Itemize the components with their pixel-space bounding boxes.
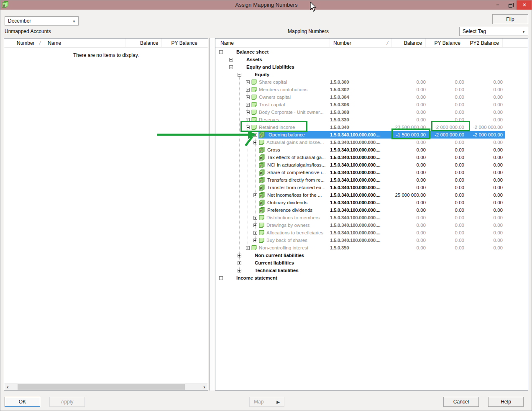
- expand-icon[interactable]: [229, 58, 233, 62]
- column-header-balance[interactable]: Balance: [125, 39, 162, 47]
- select-tag-dropdown[interactable]: Select Tag ▼: [459, 27, 528, 36]
- tree-row[interactable]: Allocations to beneficiaries1.5.0.340.10…: [215, 229, 528, 236]
- balance-cell: 0.00: [392, 93, 426, 101]
- column-header-balance[interactable]: Balance: [392, 39, 426, 47]
- tree-row[interactable]: # Gross1.5.0.340.100.000.000....0.000.00…: [215, 146, 528, 154]
- scrollbar-thumb[interactable]: [18, 384, 185, 390]
- column-header-py2-balance[interactable]: PY2 Balance: [464, 39, 503, 47]
- row-label: Non-current liabilities: [255, 253, 304, 258]
- column-header-name[interactable]: Name: [44, 39, 125, 47]
- name-cell: Owners capital: [215, 93, 330, 101]
- expand-icon[interactable]: [253, 223, 257, 227]
- expand-icon[interactable]: [253, 193, 257, 197]
- tree-row[interactable]: Income statement: [215, 274, 528, 282]
- tree-row[interactable]: Assets: [215, 56, 528, 63]
- number-cell: 1.5.0.306: [330, 101, 392, 108]
- tree-row[interactable]: Share capital1.5.0.3000.000.000.00: [215, 78, 528, 86]
- tree-row[interactable]: # Share of comprehensive i...1.5.0.340.1…: [215, 169, 528, 176]
- tree-row[interactable]: # Opening balance1.5.0.340.100.000.000..…: [215, 131, 528, 139]
- py-balance-cell: 0.00: [426, 139, 464, 146]
- expand-icon[interactable]: [246, 80, 250, 84]
- tree-row[interactable]: Equity and Liabilities: [215, 63, 528, 71]
- column-header-py-balance[interactable]: PY Balance: [426, 39, 464, 47]
- collapse-icon[interactable]: [229, 65, 233, 69]
- tree-row[interactable]: Actuarial gains and losse...1.5.0.340.10…: [215, 139, 528, 146]
- tree-row[interactable]: Equity: [215, 71, 528, 78]
- expand-icon[interactable]: [219, 276, 223, 280]
- column-header-name[interactable]: Name: [215, 39, 330, 47]
- tree-row[interactable]: Current liabilities: [215, 259, 528, 267]
- tree-row[interactable]: Body Corporate - Unit owner...1.5.0.3080…: [215, 108, 528, 116]
- tree-row[interactable]: Balance sheet: [215, 48, 528, 56]
- collapse-icon[interactable]: [246, 126, 250, 129]
- ok-button[interactable]: OK: [5, 397, 40, 407]
- tree-row[interactable]: # Tax effects of actuarial ga...1.5.0.34…: [215, 154, 528, 161]
- tree-row[interactable]: Retained income1.5.0.34023 500 000.00-2 …: [215, 123, 528, 131]
- expand-icon[interactable]: [253, 231, 257, 235]
- period-select[interactable]: December ▼: [5, 16, 79, 26]
- scroll-right-button[interactable]: ›: [201, 383, 208, 390]
- mapping-header-row: Name Number / Balance PY Balance PY2 Bal…: [215, 39, 528, 48]
- map-button[interactable]: Map ▶: [249, 397, 284, 407]
- tree-row[interactable]: Members contributions1.5.0.3020.000.000.…: [215, 86, 528, 93]
- close-button[interactable]: ✕: [517, 0, 532, 10]
- row-label: Net income/loss for the ...: [267, 193, 322, 198]
- tree-row[interactable]: # Preference dividends1.5.0.340.100.000.…: [215, 206, 528, 214]
- expand-icon[interactable]: [246, 246, 250, 250]
- expand-icon[interactable]: [246, 110, 250, 114]
- help-button[interactable]: Help: [488, 397, 524, 407]
- tree-row[interactable]: # Transfer from retained ea...1.5.0.340.…: [215, 184, 528, 191]
- tree-row[interactable]: Reserves1.5.0.3300.000.000.00: [215, 116, 528, 123]
- column-header-number[interactable]: Number /: [330, 39, 392, 47]
- expand-icon[interactable]: [238, 261, 241, 265]
- tree-row[interactable]: Non-controlling interest1.5.0.3500.000.0…: [215, 244, 528, 252]
- scroll-left-button[interactable]: ‹: [4, 383, 11, 390]
- mapping-account-icon: #: [259, 200, 265, 206]
- tree-row[interactable]: # Transfers directly from re...1.5.0.340…: [215, 176, 528, 184]
- column-header-py-balance[interactable]: PY Balance: [162, 39, 201, 47]
- tree-row[interactable]: Owners capital1.5.0.3040.000.000.00: [215, 93, 528, 101]
- expand-icon[interactable]: [238, 254, 241, 257]
- scrollbar-track[interactable]: [11, 383, 201, 390]
- py-balance-cell: -2 000 000.00: [426, 123, 464, 131]
- close-icon: ✕: [522, 2, 527, 8]
- row-label: Distributions to members: [266, 215, 320, 220]
- expand-icon[interactable]: [253, 239, 257, 242]
- expand-icon[interactable]: [246, 95, 250, 99]
- expand-icon[interactable]: [246, 118, 250, 122]
- expand-icon[interactable]: [253, 216, 257, 220]
- select-tag-value: Select Tag: [463, 28, 486, 34]
- expand-icon[interactable]: [253, 141, 257, 144]
- tree-row[interactable]: Drawings by owners1.5.0.340.100.000.000.…: [215, 221, 528, 229]
- balance-cell: 0.00: [392, 101, 426, 108]
- number-cell: 1.5.0.340.100.000.000....: [330, 236, 392, 244]
- tree-row[interactable]: # Net income/loss for the ...1.5.0.340.1…: [215, 191, 528, 199]
- py-balance-cell: [426, 252, 464, 259]
- apply-button[interactable]: Apply: [49, 397, 85, 407]
- py2-balance-cell: 0.00: [464, 154, 503, 161]
- tree-row[interactable]: # Ordinary dividends1.5.0.340.100.000.00…: [215, 199, 528, 206]
- tree-row[interactable]: Trust capital1.5.0.3060.000.000.00: [215, 101, 528, 108]
- tree-row[interactable]: Non-current liabilities: [215, 252, 528, 259]
- name-cell: Non-current liabilities: [215, 252, 330, 259]
- account-group-icon: [259, 230, 264, 236]
- expand-icon[interactable]: [253, 133, 257, 137]
- row-label: Preference dividends: [267, 208, 312, 213]
- tree-row[interactable]: Technical liabilities: [215, 267, 528, 274]
- expand-icon[interactable]: [246, 88, 250, 92]
- flip-button[interactable]: Flip: [492, 14, 528, 24]
- expand-icon[interactable]: [246, 103, 250, 107]
- account-group-icon: [259, 215, 264, 221]
- tree-row[interactable]: Buy back of shares1.5.0.340.100.000.000.…: [215, 236, 528, 244]
- horizontal-scrollbar[interactable]: ‹ ›: [4, 383, 208, 390]
- tree-row[interactable]: Distributions to members1.5.0.340.100.00…: [215, 214, 528, 221]
- expand-icon[interactable]: [238, 269, 241, 272]
- collapse-icon[interactable]: [238, 73, 241, 77]
- column-header-number[interactable]: Number /: [4, 39, 44, 47]
- tree-row[interactable]: # NCI in actuarialgains/loss...1.5.0.340…: [215, 161, 528, 169]
- restore-button[interactable]: [504, 0, 517, 10]
- cancel-button[interactable]: Cancel: [443, 397, 479, 407]
- collapse-icon[interactable]: [219, 50, 223, 54]
- minimize-button[interactable]: –: [491, 0, 504, 10]
- vertical-scrollbar-strip[interactable]: [209, 38, 214, 390]
